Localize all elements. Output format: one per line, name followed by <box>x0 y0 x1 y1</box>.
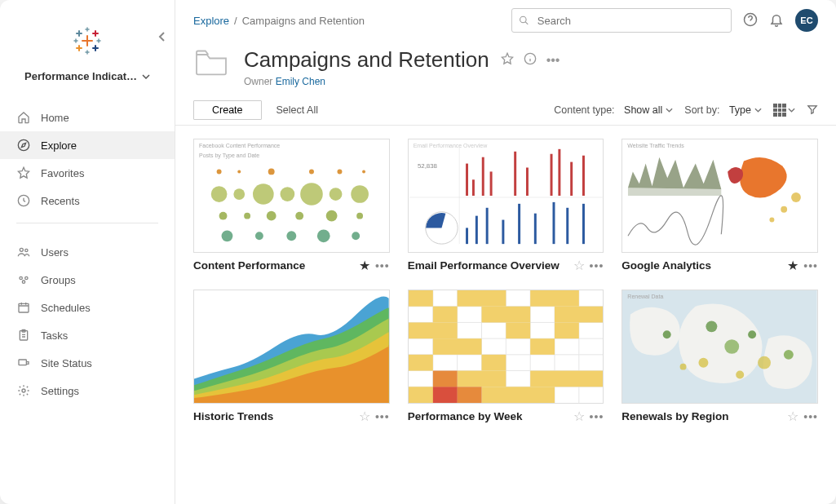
nav-label: Groups <box>41 274 76 286</box>
sidebar-item-recents[interactable]: Recents <box>0 187 175 214</box>
search-input[interactable] <box>536 14 724 28</box>
card-more-icon[interactable]: ••• <box>803 410 818 423</box>
sidebar-item-favorites[interactable]: Favorites <box>0 159 175 187</box>
svg-point-40 <box>233 188 245 200</box>
card-title: Historic Trends <box>193 410 354 422</box>
svg-point-48 <box>267 211 276 221</box>
gear-icon <box>16 384 31 397</box>
svg-rect-65 <box>550 154 552 196</box>
svg-rect-69 <box>466 228 468 244</box>
sidebar-item-tasks[interactable]: Tasks <box>0 321 175 349</box>
svg-rect-64 <box>526 168 529 197</box>
main-area: Explore / Campaigns and Retention EC Cam… <box>175 0 836 504</box>
content-toolbar: Create Select All Content type: Show all… <box>175 95 836 126</box>
thumb-heading: Website Traffic Trends <box>627 143 683 148</box>
svg-point-50 <box>326 210 338 222</box>
nav-label: Site Status <box>41 357 92 369</box>
workbook-card[interactable]: Performance by Week ☆ ••• <box>408 290 604 424</box>
svg-point-30 <box>520 16 526 22</box>
star-icon <box>16 166 31 179</box>
svg-point-36 <box>309 169 314 174</box>
sidebar-item-site-status[interactable]: Site Status <box>0 349 175 377</box>
home-icon <box>16 111 31 124</box>
project-selector[interactable]: Performance Indicat… <box>0 64 175 97</box>
thumbnail-chart: 52,838 <box>409 139 604 252</box>
card-more-icon[interactable]: ••• <box>375 410 390 423</box>
svg-point-124 <box>680 364 687 370</box>
breadcrumb: Explore / Campaigns and Retention <box>193 15 365 27</box>
card-star-icon[interactable]: ★ <box>787 258 798 273</box>
search-input-container[interactable] <box>511 8 732 33</box>
svg-rect-66 <box>558 149 560 196</box>
workbook-card[interactable]: Facebook Content Performance Posts by Ty… <box>193 139 390 273</box>
sidebar-item-explore[interactable]: Explore <box>0 131 175 159</box>
nav-label: Settings <box>41 385 79 397</box>
svg-rect-75 <box>552 202 555 244</box>
owner-link[interactable]: Emily Chen <box>276 76 325 87</box>
workbook-card[interactable]: Renewal Data Renewals by Region ☆ ••• <box>621 290 818 424</box>
info-icon[interactable] <box>524 52 537 69</box>
svg-point-81 <box>781 206 788 213</box>
svg-point-41 <box>253 183 274 205</box>
svg-point-125 <box>736 371 745 379</box>
svg-rect-108 <box>481 355 506 371</box>
page-more-icon[interactable]: ••• <box>546 53 560 68</box>
card-star-icon[interactable]: ☆ <box>359 409 370 424</box>
card-more-icon[interactable]: ••• <box>803 259 818 272</box>
view-mode-toggle[interactable] <box>773 104 795 117</box>
nav-label: Favorites <box>41 167 84 179</box>
svg-rect-73 <box>518 204 520 244</box>
svg-rect-100 <box>481 307 530 323</box>
topbar: Explore / Campaigns and Retention EC <box>175 0 836 33</box>
card-more-icon[interactable]: ••• <box>375 259 390 272</box>
sidebar-item-users[interactable]: Users <box>0 238 175 266</box>
help-icon[interactable] <box>743 12 758 29</box>
clock-icon <box>16 194 31 207</box>
svg-rect-103 <box>506 322 530 338</box>
svg-point-20 <box>20 248 23 251</box>
card-star-icon[interactable]: ☆ <box>787 409 798 424</box>
svg-point-49 <box>295 212 303 220</box>
card-more-icon[interactable]: ••• <box>590 410 604 423</box>
thumbnail-chart <box>409 290 604 403</box>
sidebar-item-groups[interactable]: Groups <box>0 266 175 294</box>
select-all-link[interactable]: Select All <box>276 104 318 116</box>
svg-point-123 <box>784 350 794 360</box>
card-star-icon[interactable]: ☆ <box>573 409 585 424</box>
sidebar-nav-admin: Users Groups Schedules Tasks Site Status… <box>0 232 175 405</box>
page-title: Campaigns and Retention <box>244 47 489 73</box>
user-avatar[interactable]: EC <box>795 9 818 32</box>
svg-rect-76 <box>566 208 568 244</box>
sidebar-item-schedules[interactable]: Schedules <box>0 294 175 321</box>
sort-by-dropdown[interactable]: Sort by: Type <box>684 104 762 116</box>
card-star-icon[interactable]: ☆ <box>573 258 585 273</box>
notifications-icon[interactable] <box>769 12 784 29</box>
content-grid: Facebook Content Performance Posts by Ty… <box>175 126 836 504</box>
sidebar-collapse-chevron-icon[interactable] <box>158 31 166 45</box>
svg-rect-60 <box>472 179 475 196</box>
content-type-dropdown[interactable]: Content type: Show all <box>554 104 673 116</box>
sidebar-item-home[interactable]: Home <box>0 104 175 131</box>
svg-rect-70 <box>476 216 478 245</box>
card-title: Email Performance Overview <box>408 259 568 272</box>
sidebar: Performance Indicat… Home Explore Favori… <box>0 0 175 504</box>
sidebar-item-settings[interactable]: Settings <box>0 377 175 405</box>
chevron-down-icon <box>142 74 150 79</box>
favorite-page-star-icon[interactable] <box>501 52 514 69</box>
svg-rect-110 <box>530 371 604 387</box>
breadcrumb-root[interactable]: Explore <box>193 15 229 27</box>
filter-icon[interactable] <box>807 104 818 117</box>
workbook-card[interactable]: Website Traffic Trends Google Analytics <box>621 139 818 273</box>
card-star-icon[interactable]: ★ <box>359 258 370 273</box>
svg-rect-102 <box>409 322 458 338</box>
card-more-icon[interactable]: ••• <box>590 259 604 272</box>
svg-point-47 <box>244 213 250 219</box>
server-icon <box>16 356 31 369</box>
workbook-card[interactable]: Historic Trends ☆ ••• <box>193 290 390 424</box>
chevron-down-icon <box>666 108 673 113</box>
create-button[interactable]: Create <box>193 100 262 120</box>
svg-point-82 <box>770 218 775 223</box>
svg-rect-97 <box>457 290 506 307</box>
workbook-card[interactable]: Email Performance Overview 52,838 Email … <box>408 139 604 273</box>
svg-point-38 <box>362 170 365 173</box>
